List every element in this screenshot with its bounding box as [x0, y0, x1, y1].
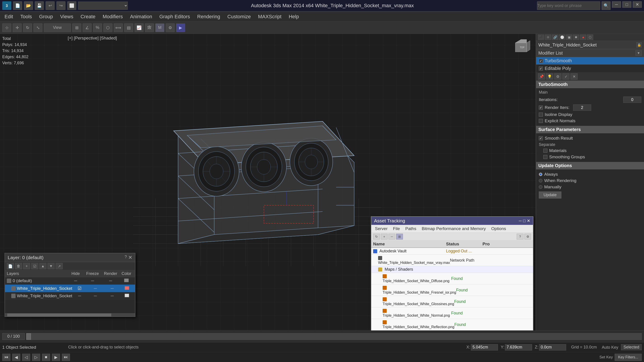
asset-row-folder[interactable]: Maps / Shaders [371, 266, 533, 273]
play-back-btn[interactable]: ◁ [22, 354, 30, 361]
angle-snap-btn[interactable]: ∠ [82, 23, 92, 32]
layer-select-btn[interactable]: ☑ [31, 263, 38, 269]
asset-menu-server[interactable]: Server [373, 226, 390, 232]
menu-group[interactable]: Group [36, 13, 56, 20]
menu-rendering[interactable]: Rendering [194, 13, 224, 20]
layer-move-up-btn[interactable]: ▲ [39, 263, 46, 269]
modifier-delete-icon[interactable]: ✕ [570, 73, 578, 80]
surface-params-header[interactable]: Surface Parameters [536, 126, 644, 133]
layer-dialog-scrollbar[interactable] [5, 313, 135, 317]
timeline-thumb[interactable] [26, 333, 31, 340]
search-input-title[interactable] [537, 1, 600, 10]
render-setup-btn[interactable]: ⚙ [166, 23, 175, 32]
asset-row-fresnel[interactable]: Triple_Hidden_Socket_White_Fresnel_ior.p… [371, 284, 533, 296]
new-btn[interactable]: 📄 [13, 1, 22, 10]
stop-btn[interactable]: ■ [42, 354, 50, 361]
lock-icon[interactable]: 🔒 [636, 42, 642, 47]
layer-socket-selected-hide[interactable]: ☑ [72, 286, 87, 291]
layer-row-default[interactable]: 0 (default) ─ ─ ─ [5, 277, 135, 285]
layer-socket-color[interactable] [120, 294, 133, 298]
layer-socket-hide[interactable]: ─ [72, 294, 87, 298]
modifier-turbosmooth[interactable]: TurboSmooth [536, 57, 644, 65]
menu-views[interactable]: Views [57, 13, 76, 20]
modifier-active-chk[interactable] [539, 59, 543, 63]
asset-close-btn[interactable]: ✕ [527, 218, 530, 223]
layer-row-socket[interactable]: White_Triple_Hidden_Socket ─ ─ ─ [5, 292, 135, 300]
key-filters-btn[interactable]: Key Filters... [615, 354, 642, 361]
next-key-btn[interactable]: ▶ [52, 354, 60, 361]
undo-btn[interactable]: ↩ [46, 1, 55, 10]
search-btn[interactable]: 🔍 [602, 1, 610, 10]
rotate-btn[interactable]: ↻ [23, 23, 32, 32]
snap-btn[interactable]: ⊞ [72, 23, 81, 32]
smoothing-groups-chk[interactable] [543, 155, 548, 159]
materials-chk[interactable] [543, 149, 548, 153]
modifier-editable-chk[interactable] [539, 66, 543, 71]
redo-btn[interactable]: ↪ [56, 1, 66, 10]
asset-row-diffuse[interactable]: Triple_Hidden_Socket_White_Diffuse.png F… [371, 273, 533, 284]
panel-icon-1[interactable]: ⬛ [538, 34, 544, 40]
schematic-btn[interactable]: 🕸 [145, 23, 154, 32]
play-btn[interactable]: ▷ [32, 354, 40, 361]
panel-icon-4[interactable]: ⚪ [559, 34, 565, 40]
panel-icon-3[interactable]: 🔗 [552, 34, 558, 40]
save-btn[interactable]: 💾 [35, 1, 44, 10]
asset-refresh-btn[interactable]: ↻ [373, 234, 380, 240]
layer-socket-render[interactable]: ─ [104, 294, 120, 298]
layer-default-render[interactable]: ─ [102, 278, 120, 283]
percent-snap-btn[interactable]: % [93, 23, 102, 32]
asset-maximize-btn[interactable]: □ [523, 219, 526, 223]
panel-icon-5[interactable]: ▣ [566, 34, 572, 40]
panel-icon-2[interactable]: ⛭ [545, 34, 551, 40]
menu-help[interactable]: Help [286, 13, 302, 20]
layer-new-btn[interactable]: 📄 [7, 263, 14, 269]
turbosmooth-section-header[interactable]: TurboSmooth [536, 81, 644, 88]
layer-socket-freeze[interactable]: ─ [87, 294, 104, 298]
menu-customize[interactable]: Customize [224, 13, 254, 20]
render-iters-chk[interactable] [539, 106, 543, 110]
layer-socket-selected-color[interactable] [120, 286, 133, 291]
menu-edit[interactable]: Edit [1, 13, 16, 20]
ref-cs-btn[interactable]: View [44, 23, 71, 32]
panel-icon-8[interactable]: ⬡ [587, 34, 593, 40]
asset-menu-paths[interactable]: Paths [403, 226, 419, 232]
layer-default-freeze[interactable]: ─ [84, 278, 102, 283]
modifier-apply-icon[interactable]: ✓ [562, 73, 570, 80]
update-button[interactable]: Update [539, 191, 562, 198]
asset-settings-btn[interactable]: ⚙ [524, 234, 531, 240]
menu-graph-editors[interactable]: Graph Editors [156, 13, 193, 20]
menu-maxscript[interactable]: MAXScript [255, 13, 285, 20]
select-btn[interactable]: ⊹ [2, 23, 11, 32]
open-btn[interactable]: 📂 [24, 1, 33, 10]
layer-dialog-close[interactable]: ✕ [128, 255, 132, 261]
next-frame-btn[interactable]: ⏭ [62, 354, 70, 361]
asset-row-normal[interactable]: Triple_Hidden_Socket_White_Normal.png Fo… [371, 308, 533, 319]
z-input[interactable] [539, 344, 566, 351]
asset-menu-bitmap[interactable]: Bitmap Performance and Memory [420, 226, 488, 232]
asset-menu-options[interactable]: Options [489, 226, 508, 232]
y-input[interactable] [505, 344, 532, 351]
layer-dialog-help[interactable]: ? [124, 255, 127, 261]
panel-icon-7[interactable]: 🔺 [580, 34, 586, 40]
close-btn[interactable]: ✕ [633, 1, 642, 8]
minimize-btn[interactable]: ─ [612, 1, 621, 8]
maximize-btn[interactable]: □ [622, 1, 631, 8]
asset-add-btn[interactable]: + [381, 234, 388, 240]
asset-remove-btn[interactable]: ─ [388, 234, 395, 240]
modifier-settings-icon[interactable]: ⚙ [554, 73, 562, 80]
asset-row-glossines[interactable]: Triple_Hidden_Socket_White_Glossines.png… [371, 296, 533, 308]
layer-move-down-btn[interactable]: ▼ [48, 263, 55, 269]
pin-icon[interactable]: 📌 [538, 73, 545, 80]
layer-default-hide[interactable]: ─ [68, 278, 84, 283]
prev-frame-btn[interactable]: ⏮ [2, 354, 10, 361]
iterations-value[interactable]: 0 [623, 96, 641, 103]
menu-animation[interactable]: Animation [127, 13, 155, 20]
scale-btn[interactable]: ⤡ [34, 23, 42, 32]
isoline-chk[interactable] [539, 112, 543, 117]
modifier-list-expand[interactable]: ▼ [636, 50, 642, 56]
render-iters-value[interactable]: 2 [573, 104, 591, 111]
layer-add-btn[interactable]: + [23, 263, 30, 269]
menu-modifiers[interactable]: Modifiers [100, 13, 126, 20]
render-btn[interactable]: ⬜ [67, 1, 76, 10]
modifier-editable-poly[interactable]: Editable Poly [536, 65, 644, 72]
